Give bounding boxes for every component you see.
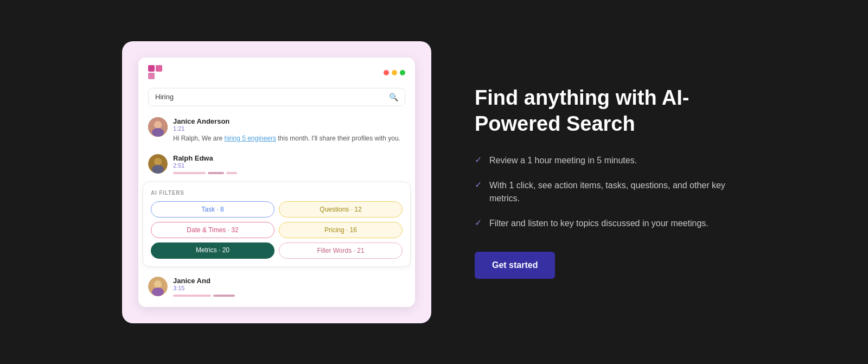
feature-list: ✓ Review a 1 hour meeting in 5 minutes. … <box>475 154 746 230</box>
window-titlebar <box>138 58 415 86</box>
conversation-list: Janice Anderson 1:21 Hi Ralph, We are hi… <box>138 112 415 307</box>
progress-bars-ralph <box>173 172 405 174</box>
conv-info-ralph: Ralph Edwa 2:51 <box>173 154 405 174</box>
svg-rect-1 <box>156 65 162 72</box>
search-bar-text: Hiring <box>155 93 174 101</box>
right-content: Find anything with AI-Powered Search ✓ R… <box>475 85 746 279</box>
avatar-ralph <box>148 154 168 174</box>
svg-point-7 <box>154 158 162 165</box>
filter-chip-pricing[interactable]: Pricing · 16 <box>279 222 403 238</box>
dot-green <box>400 70 405 75</box>
check-icon-1: ✓ <box>475 155 482 165</box>
filter-chip-task[interactable]: Task · 8 <box>151 201 275 218</box>
conv-name-janice2: Janice And <box>173 277 405 285</box>
avatar-janice2 <box>148 277 168 296</box>
conv-preview-janice: Hi Ralph, We are hiring 5 engineers this… <box>173 133 405 143</box>
svg-point-5 <box>152 128 164 137</box>
feature-text-2: With 1 click, see action items, tasks, q… <box>489 179 746 205</box>
svg-rect-2 <box>148 73 155 79</box>
search-icon: 🔍 <box>389 93 398 101</box>
conv-name-ralph: Ralph Edwa <box>173 154 405 162</box>
search-bar[interactable]: Hiring 🔍 <box>148 88 405 106</box>
check-icon-2: ✓ <box>475 180 482 190</box>
pbar-3 <box>226 172 237 174</box>
conv-item-ralph[interactable]: Ralph Edwa 2:51 <box>138 149 415 180</box>
filter-chip-date-times[interactable]: Date & Times · 32 <box>151 222 275 238</box>
pbar-1 <box>173 172 206 174</box>
conv-info-janice2: Janice And 3:15 <box>173 277 405 297</box>
progress-bars-janice2 <box>173 295 405 297</box>
window-dots <box>384 70 405 75</box>
get-started-button[interactable]: Get started <box>475 252 555 279</box>
feature-item-3: ✓ Filter and listen to key topics discus… <box>475 217 746 230</box>
dot-red <box>384 70 389 75</box>
avatar-face-janice2 <box>148 277 168 296</box>
filter-chip-metrics[interactable]: Metrics · 20 <box>151 242 275 259</box>
mock-window: Hiring 🔍 Janice Anderson <box>138 58 415 307</box>
filter-chip-filler-words[interactable]: Filler Words · 21 <box>279 242 403 259</box>
svg-point-8 <box>152 165 164 174</box>
conv-item-janice[interactable]: Janice Anderson 1:21 Hi Ralph, We are hi… <box>138 112 415 149</box>
conv-name-janice: Janice Anderson <box>173 117 405 125</box>
window-logo <box>148 65 163 80</box>
feature-text-3: Filter and listen to key topics discusse… <box>489 217 709 230</box>
main-heading: Find anything with AI-Powered Search <box>475 85 746 137</box>
mock-ui-wrapper: Hiring 🔍 Janice Anderson <box>122 41 431 323</box>
dot-yellow <box>392 70 397 75</box>
pbar2-2 <box>213 295 235 297</box>
conv-time-janice: 1:21 <box>173 125 405 132</box>
main-container: Hiring 🔍 Janice Anderson <box>0 0 868 364</box>
pbar-2 <box>208 172 224 174</box>
ai-filters-panel: AI FILTERS Task · 8 Questions · 12 Date … <box>143 182 411 267</box>
svg-point-11 <box>152 288 164 296</box>
feature-item-1: ✓ Review a 1 hour meeting in 5 minutes. <box>475 154 746 167</box>
svg-point-4 <box>154 121 162 129</box>
svg-point-10 <box>154 280 162 288</box>
highlight-hiring: hiring 5 engineers <box>224 135 276 142</box>
ai-filters-label: AI FILTERS <box>151 190 403 196</box>
conv-time-ralph: 2:51 <box>173 162 405 169</box>
filter-chip-questions[interactable]: Questions · 12 <box>279 201 403 218</box>
avatar-janice <box>148 117 168 137</box>
conv-info-janice: Janice Anderson 1:21 Hi Ralph, We are hi… <box>173 117 405 143</box>
avatar-face-janice <box>148 117 168 137</box>
avatar-face-ralph <box>148 154 168 174</box>
svg-rect-0 <box>148 65 155 72</box>
pbar2-1 <box>173 295 211 297</box>
check-icon-3: ✓ <box>475 218 482 228</box>
feature-item-2: ✓ With 1 click, see action items, tasks,… <box>475 179 746 205</box>
feature-text-1: Review a 1 hour meeting in 5 minutes. <box>489 154 637 167</box>
filters-grid: Task · 8 Questions · 12 Date & Times · 3… <box>151 201 403 259</box>
conv-item-janice2[interactable]: Janice And 3:15 <box>138 271 415 302</box>
app-logo-icon <box>148 65 163 80</box>
conv-time-janice2: 3:15 <box>173 285 405 291</box>
